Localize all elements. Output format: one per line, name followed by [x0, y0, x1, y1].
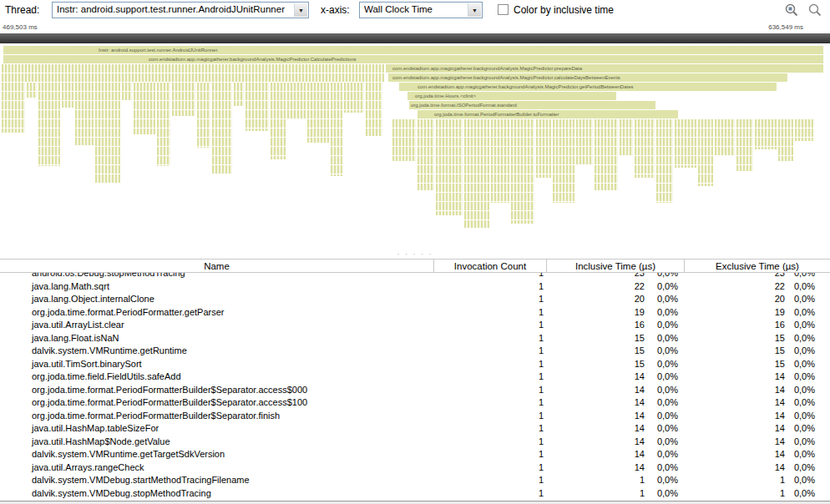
table-row[interactable]: dalvik.system.VMDebug.startMethodTracing…: [0, 474, 830, 487]
flame-texture-block[interactable]: [197, 83, 210, 148]
flame-texture-block[interactable]: [715, 119, 735, 156]
cell-invocation-count: 1: [434, 488, 547, 498]
flame-texture-block[interactable]: [172, 83, 195, 116]
flame-texture-block[interactable]: [620, 119, 633, 156]
flame-bar[interactable]: com.endstadium.app.magicgatherer.backgro…: [399, 83, 777, 91]
flame-texture-block[interactable]: [698, 119, 713, 186]
flame-texture-block[interactable]: [287, 83, 306, 119]
flame-texture-block[interactable]: [122, 83, 132, 101]
table-row[interactable]: java.util.ArrayList.clear1160,0%160,0%: [0, 319, 830, 332]
cell-exclusive-time: 220,0%: [685, 281, 830, 291]
flame-texture-block[interactable]: [576, 119, 593, 165]
color-by-inclusive-label[interactable]: Color by inclusive time: [514, 4, 614, 16]
flame-texture-block[interactable]: [436, 119, 463, 215]
flame-bar[interactable]: com.endstadium.app.magicgatherer.backgro…: [388, 73, 787, 82]
flame-bar[interactable]: com.endstadium.app.magicgatherer.backgro…: [386, 64, 823, 73]
inclusive-value: 23: [547, 273, 645, 278]
cell-inclusive-time: 220,0%: [547, 281, 685, 291]
flame-texture-block[interactable]: [656, 119, 673, 203]
cell-invocation-count: 1: [434, 411, 547, 421]
exclusive-percent: 0,0%: [785, 423, 830, 433]
flame-texture-block[interactable]: [755, 119, 777, 149]
inclusive-value: 14: [547, 397, 645, 407]
flame-texture-block[interactable]: [595, 119, 618, 190]
xaxis-label: x-axis:: [321, 4, 350, 16]
flame-bar[interactable]: com.endstadium.app.magicgatherer.backgro…: [3, 55, 823, 63]
column-header-exclusive-time[interactable]: Exclusive Time (µs): [685, 260, 830, 272]
flame-texture-block[interactable]: [331, 83, 342, 176]
flame-texture-block[interactable]: [795, 119, 813, 141]
flame-texture-block[interactable]: [157, 83, 170, 166]
table-row[interactable]: android.os.Debug.stopMethodTracing1230,0…: [0, 273, 830, 280]
inclusive-percent: 0,0%: [645, 273, 685, 278]
flame-texture-block[interactable]: [2, 64, 384, 82]
flame-bar[interactable]: Instr: android.support.test.runner.Andro…: [3, 46, 823, 54]
flame-texture-block[interactable]: [212, 83, 232, 174]
zoom-fit-icon[interactable]: [783, 2, 800, 18]
exclusive-percent: 0,0%: [785, 345, 830, 355]
flame-texture-block[interactable]: [307, 83, 329, 143]
flame-texture-block[interactable]: [491, 119, 509, 203]
flame-texture-block[interactable]: [366, 83, 382, 136]
flame-bar[interactable]: org.joda.time.format.ISOPeriodFormat.sta…: [409, 101, 655, 109]
flame-texture-block[interactable]: [778, 119, 793, 161]
flame-texture-block[interactable]: [75, 83, 94, 145]
chevron-down-icon[interactable]: ▼: [294, 3, 307, 17]
table-row[interactable]: org.joda.time.format.PeriodFormatterBuil…: [0, 396, 830, 410]
flame-texture-block[interactable]: [635, 119, 655, 178]
flame-texture-block[interactable]: [27, 83, 37, 98]
xaxis-dropdown[interactable]: Wall Clock Time ▼: [359, 2, 483, 18]
flame-texture-block[interactable]: [553, 119, 574, 203]
flame-texture-block[interactable]: [245, 83, 269, 131]
inclusive-percent: 0,0%: [645, 385, 685, 395]
table-row[interactable]: java.util.TimSort.binarySort1150,0%150,0…: [0, 357, 830, 370]
flame-texture-block[interactable]: [62, 83, 73, 108]
flame-bar[interactable]: org.joda.time.Hours.<clinit>: [407, 92, 616, 100]
zoom-icon[interactable]: [807, 2, 823, 18]
flame-texture-block[interactable]: [736, 119, 753, 171]
table-row[interactable]: java.util.Arrays.rangeCheck1140,0%140,0%: [0, 461, 830, 474]
table-row[interactable]: dalvik.system.VMRuntime.getTargetSdkVers…: [0, 448, 830, 461]
flame-bar[interactable]: org.joda.time.format.PeriodFormatterBuil…: [418, 110, 678, 118]
range-selector[interactable]: [0, 33, 830, 43]
table-row[interactable]: org.joda.time.format.PeriodFormatterBuil…: [0, 383, 830, 396]
flame-texture-block[interactable]: [38, 83, 60, 166]
column-header-name[interactable]: Name: [0, 260, 434, 272]
color-by-inclusive-checkbox[interactable]: [498, 4, 509, 15]
column-header-inclusive-time[interactable]: Inclusive Time (µs): [547, 260, 685, 272]
column-header-invocation-count[interactable]: Invocation Count: [434, 260, 547, 272]
thread-dropdown[interactable]: Instr: android.support.test.runner.Andro…: [52, 2, 309, 18]
cell-exclusive-time: 140,0%: [685, 411, 830, 421]
table-row[interactable]: java.lang.Float.isNaN1150,0%150,0%: [0, 331, 830, 345]
cell-method-name: java.lang.Float.isNaN: [0, 333, 434, 343]
splitter[interactable]: · · · · ·: [0, 250, 830, 259]
chevron-down-icon[interactable]: ▼: [468, 3, 481, 17]
flame-texture-block[interactable]: [464, 119, 489, 228]
flame-texture-block[interactable]: [2, 83, 25, 133]
exclusive-value: 14: [685, 436, 785, 446]
table-row[interactable]: java.util.HashMap.tableSizeFor1140,0%140…: [0, 422, 830, 436]
flame-texture-block[interactable]: [675, 119, 696, 168]
flame-texture-block[interactable]: [134, 83, 155, 134]
flame-bar-label: org.joda.time.format.PeriodFormatterBuil…: [434, 112, 559, 117]
table-row[interactable]: org.joda.time.format.PeriodFormatterBuil…: [0, 409, 830, 422]
flame-texture-block[interactable]: [511, 119, 534, 224]
flame-texture-block[interactable]: [95, 83, 120, 183]
flame-texture-block[interactable]: [418, 119, 434, 190]
cell-inclusive-time: 150,0%: [547, 359, 685, 369]
splitter-grip-icon[interactable]: · · · · ·: [397, 249, 433, 258]
table-row[interactable]: dalvik.system.VMRuntime.getRuntime1150,0…: [0, 345, 830, 358]
table-row[interactable]: java.lang.Math.sqrt1220,0%220,0%: [0, 280, 830, 293]
flame-texture-block[interactable]: [536, 119, 551, 178]
table-row[interactable]: java.util.HashMap$Node.getValue1140,0%14…: [0, 435, 830, 448]
flame-texture-block[interactable]: [234, 83, 244, 106]
cell-exclusive-time: 140,0%: [685, 371, 830, 381]
table-row[interactable]: dalvik.system.VMDebug.stopMethodTracing1…: [0, 486, 830, 500]
table-row[interactable]: java.lang.Object.internalClone1200,0%200…: [0, 293, 830, 306]
table-row[interactable]: org.joda.time.format.PeriodFormatter.get…: [0, 305, 830, 319]
flame-chart[interactable]: Instr: android.support.test.runner.Andro…: [0, 43, 830, 250]
flame-texture-block[interactable]: [344, 83, 364, 113]
flame-texture-block[interactable]: [271, 83, 286, 159]
table-row[interactable]: org.joda.time.field.FieldUtils.safeAdd11…: [0, 370, 830, 384]
flame-texture-block[interactable]: [392, 119, 416, 161]
